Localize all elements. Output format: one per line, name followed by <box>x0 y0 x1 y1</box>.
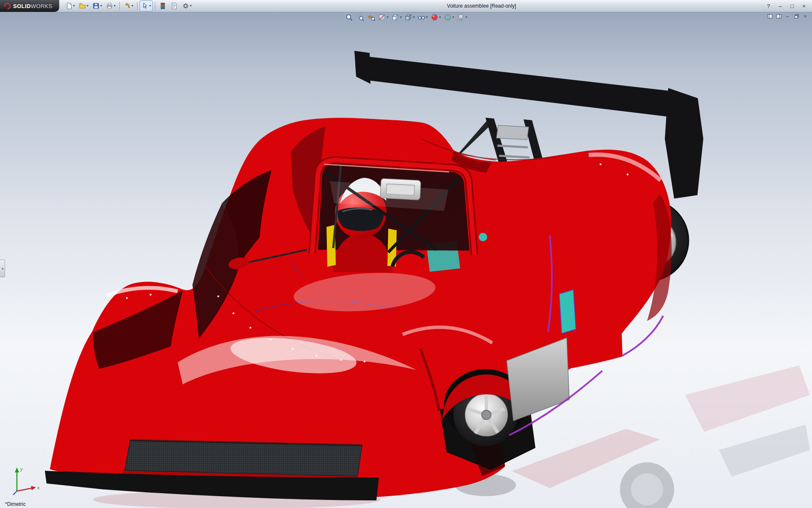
window-controls: ? – □ × <box>763 0 809 12</box>
save-icon <box>92 2 100 10</box>
dropdown-arrow[interactable]: ▾ <box>413 16 414 19</box>
dropdown-arrow[interactable]: ▾ <box>149 4 151 8</box>
view-settings-button[interactable]: ▾ <box>456 13 468 22</box>
dropdown-arrow[interactable]: ▾ <box>190 4 192 8</box>
dropdown-arrow[interactable]: ▾ <box>87 4 88 8</box>
dropdown-arrow[interactable]: ▾ <box>466 16 467 19</box>
scene-icon <box>444 13 452 22</box>
dropdown-arrow[interactable]: ▾ <box>114 4 115 8</box>
dropdown-arrow[interactable]: ▾ <box>132 4 133 8</box>
window-title: Voiture assemblee [Read-only] <box>447 0 516 12</box>
appearance-ball-icon <box>431 13 439 22</box>
view-orientation-button[interactable]: ▾ <box>390 13 402 22</box>
select-cursor-icon <box>141 2 149 10</box>
view-orientation-cube-icon <box>391 13 399 22</box>
main-toolbar: ▾ ▾ ▾ ▾ ▾ <box>63 0 193 11</box>
x-axis-arrow <box>31 486 36 490</box>
section-view-button[interactable]: ▾ <box>377 13 389 22</box>
undo-icon <box>123 2 131 10</box>
view-settings-icon <box>457 13 465 22</box>
graphics-area[interactable]: ▾ ▾ ▾ ▾ <box>0 12 812 508</box>
zoom-to-area-button[interactable] <box>355 13 365 22</box>
y-axis-arrow <box>15 467 19 472</box>
apply-scene-button[interactable]: ▾ <box>443 13 455 22</box>
dropdown-arrow[interactable]: ▾ <box>100 4 102 8</box>
y-axis-label: y <box>20 467 23 472</box>
new-document-icon <box>65 2 73 10</box>
file-properties-button[interactable] <box>169 0 180 11</box>
open-button[interactable]: ▾ <box>77 0 90 11</box>
options-gear-icon <box>182 2 189 10</box>
edit-color-icon <box>159 2 167 10</box>
show-display-pane-button[interactable] <box>775 13 782 19</box>
options-button[interactable]: ▾ <box>180 0 193 11</box>
show-feature-pane-button[interactable] <box>766 13 773 19</box>
section-view-icon <box>378 13 386 22</box>
view-orientation-label: *Dimetric <box>5 501 26 507</box>
minimize-button[interactable]: – <box>775 2 786 10</box>
orientation-triad: y x <box>10 463 44 499</box>
display-style-button[interactable]: ▾ <box>403 13 415 22</box>
collapse-arrow-icon: ◂ <box>1 267 3 271</box>
toolbar-separator <box>119 2 120 10</box>
3d-model-race-car[interactable] <box>0 12 812 508</box>
pane-right-icon <box>776 14 782 19</box>
glasses-icon <box>417 13 425 22</box>
new-button[interactable]: ▾ <box>63 0 77 11</box>
hide-show-items-button[interactable]: ▾ <box>416 13 428 22</box>
toolbar-separator <box>155 2 155 10</box>
dropdown-arrow[interactable]: ▾ <box>453 16 454 19</box>
print-icon <box>106 2 113 10</box>
zoom-to-area-icon <box>356 13 364 22</box>
previous-view-button[interactable] <box>366 13 376 22</box>
previous-view-icon <box>367 13 375 22</box>
close-button[interactable]: × <box>798 2 809 10</box>
zoom-to-fit-button[interactable] <box>344 13 354 22</box>
restore-icon <box>794 14 799 19</box>
select-button[interactable]: ▾ <box>140 0 153 11</box>
solidworks-logo: SOLIDWORKS <box>0 0 59 12</box>
minimize-document-button[interactable]: – <box>784 13 791 19</box>
file-properties-icon <box>170 2 178 10</box>
3ds-swirl-icon <box>3 2 11 10</box>
z-axis-arrow <box>13 491 17 495</box>
save-button[interactable]: ▾ <box>91 0 104 11</box>
heads-up-view-toolbar: ▾ ▾ ▾ ▾ <box>344 13 468 22</box>
undo-button[interactable]: ▾ <box>122 0 135 11</box>
open-folder-icon <box>79 2 86 10</box>
zoom-to-fit-icon <box>345 13 353 22</box>
pane-left-icon <box>767 14 773 19</box>
close-document-button[interactable]: × <box>802 13 809 19</box>
maximize-button[interactable]: □ <box>787 2 798 10</box>
restore-document-button[interactable] <box>793 13 800 19</box>
title-bar: SOLIDWORKS ▾ ▾ ▾ <box>0 0 812 12</box>
edit-appearance-button[interactable]: ▾ <box>430 13 442 22</box>
dropdown-arrow[interactable]: ▾ <box>439 16 441 19</box>
brand-text-bold: SOLID <box>13 3 31 9</box>
edit-color-button[interactable] <box>157 0 168 11</box>
toolbar-separator <box>137 2 137 10</box>
help-button[interactable]: ? <box>763 2 774 10</box>
dropdown-arrow[interactable]: ▾ <box>387 16 388 19</box>
print-button[interactable]: ▾ <box>104 0 117 11</box>
display-style-icon <box>404 13 412 22</box>
dropdown-arrow[interactable]: ▾ <box>426 16 428 19</box>
x-axis-label: x <box>37 485 40 490</box>
brand-text-light: WORKS <box>31 3 52 9</box>
dropdown-arrow[interactable]: ▾ <box>73 4 75 8</box>
panel-collapse-tab[interactable]: ◂ <box>0 260 5 277</box>
dropdown-arrow[interactable]: ▾ <box>400 16 401 19</box>
document-window-controls: – × <box>766 13 809 19</box>
